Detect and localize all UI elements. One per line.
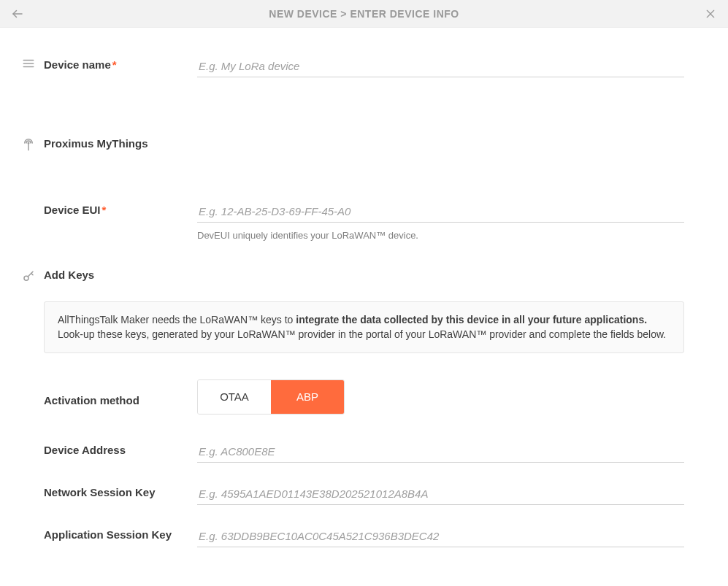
activation-option-otaa[interactable]: OTAA (198, 380, 271, 414)
modal-header: NEW DEVICE > ENTER DEVICE INFO (0, 0, 728, 28)
antenna-icon (22, 139, 35, 152)
key-icon (22, 270, 35, 283)
close-icon (705, 8, 716, 20)
add-keys-heading: Add Keys (44, 269, 684, 281)
activation-method-label: Activation method (44, 391, 197, 406)
required-mark: * (112, 58, 117, 71)
info-panel: AllThingsTalk Maker needs the LoRaWAN™ k… (44, 301, 684, 353)
close-button[interactable] (703, 7, 718, 21)
required-mark: * (102, 204, 107, 216)
device-name-label-text: Device name (44, 58, 111, 71)
svg-line-10 (31, 274, 33, 275)
device-address-input[interactable] (197, 441, 684, 463)
info-text-bold: integrate the data collected by this dev… (296, 314, 647, 325)
info-text-pre: AllThingsTalk Maker needs the LoRaWAN™ k… (58, 314, 296, 325)
device-eui-input[interactable] (197, 201, 684, 223)
device-eui-helper: DevEUI uniquely identifies your LoRaWAN™… (197, 230, 684, 241)
arrow-left-icon (11, 7, 24, 20)
device-address-label: Device Address (44, 441, 197, 456)
info-text-post: Look-up these keys, generated by your Lo… (58, 328, 666, 340)
device-eui-label-text: Device EUI (44, 204, 101, 216)
network-session-key-input[interactable] (197, 483, 684, 505)
activation-toggle: OTAA ABP (197, 379, 345, 415)
activation-option-abp[interactable]: ABP (271, 380, 344, 414)
device-eui-label: Device EUI* (44, 201, 197, 216)
application-session-key-label: Application Session Key (44, 525, 197, 541)
network-heading: Proximus MyThings (44, 137, 684, 150)
application-session-key-input[interactable] (197, 525, 684, 547)
list-icon (22, 57, 35, 70)
device-name-input[interactable] (197, 55, 684, 77)
device-name-label: Device name* (44, 55, 197, 71)
back-button[interactable] (10, 7, 25, 21)
page-title: NEW DEVICE > ENTER DEVICE INFO (25, 8, 703, 20)
network-session-key-label: Network Session Key (44, 483, 197, 498)
